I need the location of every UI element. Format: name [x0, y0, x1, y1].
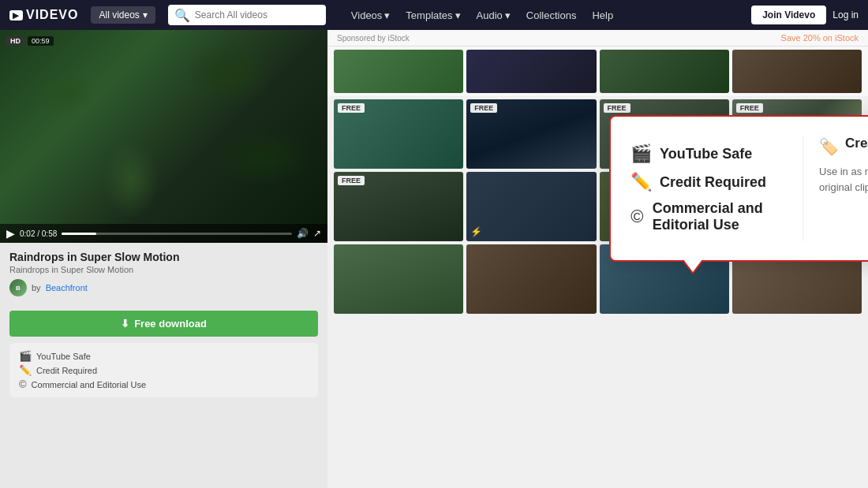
share-icon[interactable]: ↗: [313, 228, 321, 239]
all-videos-label: All videos: [99, 9, 139, 20]
sponsored-thumb-1[interactable]: [334, 50, 463, 93]
grid-item[interactable]: [466, 244, 596, 314]
popup-credit-label: Credit Required: [660, 174, 766, 191]
free-badge: FREE: [736, 103, 763, 113]
logo-play-icon: ▶: [9, 10, 23, 20]
nav-collections-label: Collections: [526, 9, 577, 21]
popup-license-row-1: ✏️ Credit Required: [630, 172, 787, 192]
author-prefix: by: [32, 283, 41, 292]
popup-license-row-2: © Commercial and Editorial Use: [630, 200, 787, 233]
license-row-2: © Commercial and Editorial Use: [19, 378, 309, 390]
nav-templates-label: Templates: [406, 9, 452, 21]
video-subtitle: Raindrops in Super Slow Motion: [9, 265, 318, 274]
download-button[interactable]: ⬇ Free download: [9, 311, 318, 337]
time-display: 0:02 / 0:58: [20, 229, 57, 238]
grid-item[interactable]: [334, 244, 463, 314]
free-badge: FREE: [604, 103, 630, 113]
download-label: Free download: [134, 318, 207, 330]
grid-item[interactable]: FREE: [334, 172, 463, 241]
grid-item[interactable]: FREE: [334, 99, 463, 169]
sponsored-thumb-2[interactable]: [466, 50, 596, 93]
author-avatar: B: [9, 279, 27, 296]
author-row: B by Beachfront: [9, 279, 318, 296]
sponsored-thumb-4[interactable]: [732, 50, 862, 93]
grid-item[interactable]: FREE: [466, 99, 596, 169]
nav-link-help[interactable]: Help: [586, 6, 619, 24]
license-row-1: ✏️ Credit Required: [19, 364, 309, 376]
nav-link-templates[interactable]: Templates ▾: [399, 6, 466, 24]
nav-audio-arrow: ▾: [505, 9, 511, 21]
popup-license-row-0: 🎬 YouTube Safe: [630, 143, 787, 164]
credit-required-label: Credit Required: [36, 366, 97, 375]
main-nav: Videos ▾ Templates ▾ Audio ▾ Collections…: [345, 6, 619, 24]
popup-desc-text: Use in as many projects as you like incl…: [819, 166, 868, 193]
popup-commercial-label: Commercial and Editorial Use: [653, 200, 787, 233]
video-background: [0, 30, 327, 243]
duration-badge: 00:59: [28, 36, 54, 46]
site-logo: ▶ VIDEVO: [9, 8, 78, 22]
popup-right: 🏷️ Creative Commons Attribution 3.0 (CC-…: [803, 136, 868, 241]
popup-credit-icon: ✏️: [630, 172, 652, 192]
grid-thumb: [466, 244, 596, 314]
popup-youtube-icon: 🎬: [630, 143, 652, 164]
license-info-small: 🎬 YouTube Safe ✏️ Credit Required © Comm…: [9, 343, 318, 397]
author-name[interactable]: Beachfront: [46, 283, 88, 292]
video-player: HD 00:59 ▶ 0:02 / 0:58 🔊 ↗: [0, 30, 327, 243]
nav-link-videos[interactable]: Videos ▾: [345, 6, 397, 24]
hd-badge: HD: [6, 36, 24, 46]
sponsored-thumb-3[interactable]: [600, 50, 729, 93]
popup-title-text: Creative Commons Attribution 3.0 (CC-BY …: [845, 136, 868, 151]
video-visual: [0, 30, 327, 243]
main-content: HD 00:59 ▶ 0:02 / 0:58 🔊 ↗ Raindrops in …: [0, 30, 868, 488]
right-panel: Sponsored by iStock Save 20% on iStock F…: [327, 30, 868, 488]
grid-thumb: [334, 244, 463, 314]
nav-link-collections[interactable]: Collections: [520, 6, 583, 24]
join-button[interactable]: Join Videvo: [751, 6, 826, 24]
video-controls: ▶ 0:02 / 0:58 🔊 ↗: [0, 224, 327, 243]
nav-videos-label: Videos: [351, 9, 383, 21]
search-bar: 🔍: [168, 5, 326, 25]
nav-audio-label: Audio: [477, 9, 503, 21]
login-button[interactable]: Log in: [832, 9, 859, 20]
video-badges: HD 00:59: [6, 36, 54, 46]
popup-arrow-inner: [683, 259, 702, 272]
all-videos-button[interactable]: All videos ▾: [91, 6, 155, 24]
save-link[interactable]: Save 20% on iStock: [781, 33, 859, 43]
nav-help-label: Help: [592, 9, 613, 21]
popup-right-title: 🏷️ Creative Commons Attribution 3.0 (CC-…: [819, 136, 868, 156]
search-icon: 🔍: [174, 8, 190, 23]
progress-fill: [62, 233, 96, 235]
left-panel: HD 00:59 ▶ 0:02 / 0:58 🔊 ↗ Raindrops in …: [0, 30, 327, 488]
commercial-use-icon: ©: [19, 378, 27, 390]
license-popup: 🎬 YouTube Safe ✏️ Credit Required © Comm…: [609, 115, 868, 262]
popup-commercial-icon: ©: [630, 207, 645, 227]
play-button[interactable]: ▶: [6, 227, 15, 240]
nav-link-audio[interactable]: Audio ▾: [470, 6, 517, 24]
lightning-icon: ⚡: [470, 226, 482, 237]
grid-item[interactable]: ⚡: [466, 172, 596, 241]
free-badge: FREE: [470, 103, 497, 113]
header-actions: Join Videvo Log in: [751, 6, 859, 24]
video-title: Raindrops in Super Slow Motion: [9, 251, 318, 263]
download-icon: ⬇: [121, 318, 129, 330]
dropdown-arrow-icon: ▾: [143, 9, 148, 20]
video-info: Raindrops in Super Slow Motion Raindrops…: [0, 243, 327, 304]
site-header: ▶ VIDEVO All videos ▾ 🔍 Videos ▾ Templat…: [0, 0, 868, 30]
volume-icon[interactable]: 🔊: [297, 228, 309, 239]
youtube-safe-icon: 🎬: [19, 350, 32, 362]
free-badge: FREE: [338, 103, 365, 113]
popup-youtube-label: YouTube Safe: [660, 146, 752, 162]
commercial-use-label: Commercial and Editorial Use: [32, 380, 147, 389]
nav-videos-arrow: ▾: [384, 9, 390, 21]
search-input[interactable]: [195, 9, 320, 20]
grid-thumb: [466, 172, 596, 241]
youtube-safe-label: YouTube Safe: [36, 352, 91, 361]
sponsored-bar: Sponsored by iStock Save 20% on iStock: [327, 30, 868, 47]
sponsored-thumbnails: [327, 47, 868, 96]
popup-left: 🎬 YouTube Safe ✏️ Credit Required © Comm…: [630, 136, 803, 241]
sponsored-label: Sponsored by iStock: [337, 34, 410, 43]
progress-bar[interactable]: [62, 233, 292, 235]
credit-required-icon: ✏️: [19, 364, 32, 376]
free-badge: FREE: [338, 176, 365, 185]
license-row-0: 🎬 YouTube Safe: [19, 350, 309, 362]
